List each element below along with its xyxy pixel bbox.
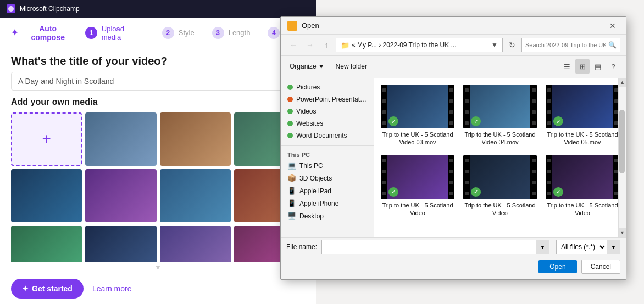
film-hole [547,88,551,92]
file-thumbnail-6: ✓ [546,155,619,199]
wizard-step-3[interactable]: 3 Length [212,27,251,39]
film-hole [465,181,469,184]
sidebar-item-3d-objects[interactable]: 📦 3D Objects [281,172,374,184]
step-4-number: 4 [268,27,280,39]
file-item-4[interactable]: ✓ Trip to the UK - 5 Scotland Video [379,153,457,219]
view-details-button[interactable]: ▤ [591,59,605,74]
auto-compose-button[interactable]: ✦ Auto compose [11,22,74,44]
new-folder-button[interactable]: New folder [331,61,371,72]
add-media-button[interactable]: + [11,112,82,166]
sidebar-label-videos: Videos [296,108,316,115]
filetype-select[interactable]: All files (*.*) [556,240,607,254]
file-item-5[interactable]: ✓ Trip to the UK - 5 Scotland Video [461,153,539,219]
sidebar-item-desktop[interactable]: 🖥️ Desktop [281,210,374,222]
learn-more-link[interactable]: Learn more [92,284,132,293]
path-dropdown-icon[interactable]: ▼ [491,41,498,49]
dialog-open-button[interactable]: Open [538,260,576,273]
refresh-button[interactable]: ↻ [505,38,519,52]
sidebar-item-pictures[interactable]: Pictures [281,81,374,93]
film-hole [614,110,618,114]
film-hole [547,99,551,103]
film-hole [465,88,469,92]
media-thumbnail [11,226,82,262]
check-badge-6: ✓ [553,187,563,197]
sidebar-item-this-pc[interactable]: 💻 This PC [281,159,374,172]
scrollbar-thumb[interactable] [619,110,625,173]
file-item-1[interactable]: ✓ Trip to the UK - 5 Scotland Video 03.m… [379,82,457,149]
wizard-step-1[interactable]: 1 Upload media [85,25,144,41]
film-hole [382,88,386,92]
view-grid-button[interactable]: ⊞ [575,59,590,74]
svg-rect-2 [289,22,293,24]
media-thumbnail [160,112,231,166]
video-title-input[interactable] [11,72,305,91]
nav-forward-button[interactable]: → [303,38,317,52]
scroll-down-button[interactable]: ▼ [619,228,626,237]
sidebar-item-apple-iphone[interactable]: 📱 Apple iPhone [281,197,374,210]
view-help-button[interactable]: ? [606,59,620,74]
film-hole [382,159,386,162]
wizard-step-2[interactable]: 2 Style [162,27,195,39]
title-bar: Microsoft Clipchamp [0,0,316,18]
auto-compose-label: Auto compose [21,24,74,42]
sidebar-item-word-documents[interactable]: Word Documents [281,130,374,142]
sidebar-label-desktop: Desktop [299,212,324,220]
dialog-close-button[interactable]: ✕ [606,19,619,32]
file-item-2[interactable]: ✓ Trip to the UK - 5 Scotland Video 04.m… [461,82,539,149]
view-list-button[interactable]: ☰ [560,59,574,74]
file-name-2: Trip to the UK - 5 Scotland Video 04.mov [463,131,537,147]
film-hole [465,170,469,173]
dialog-content: Pictures PowerPoint Presentatio... Video… [281,78,626,237]
sidebar-item-powerpoint[interactable]: PowerPoint Presentatio... [281,93,374,105]
media-thumbnail [160,169,231,222]
film-strip-left [463,155,470,199]
this-pc-label: This PC [299,162,323,170]
organize-label: Organize [290,63,317,70]
file-thumbnail-1: ✓ [381,85,454,128]
dialog-cancel-button[interactable]: Cancel [581,260,620,274]
add-media-heading: Add your own media [11,97,305,107]
nav-back-button[interactable]: ← [286,38,301,52]
scroll-up-button[interactable]: ▲ [619,78,626,87]
get-started-button[interactable]: ✦ Get started [11,279,84,299]
dialog-sidebar: Pictures PowerPoint Presentatio... Video… [281,78,374,237]
path-bar: 📁 « My P... › 2022-09 Trip to the UK ...… [336,38,503,52]
3d-objects-icon: 📦 [287,174,296,182]
film-hole [532,159,536,162]
film-hole [532,181,536,184]
step-1-label: Upload media [102,25,145,41]
film-hole [465,192,469,195]
sidebar-item-apple-ipad[interactable]: 📱 Apple iPad [281,184,374,197]
file-name-4: Trip to the UK - 5 Scotland Video [381,201,454,217]
film-hole [614,99,618,103]
sidebar-label-websites: Websites [296,120,323,127]
file-thumbnail-2: ✓ [463,85,537,128]
film-hole [547,192,551,195]
get-started-label: Get started [32,284,73,293]
desktop-icon: 🖥️ [287,212,296,220]
film-hole [449,110,453,114]
file-item-3[interactable]: ✓ Trip to the UK - 5 Scotland Video 05.m… [543,82,621,149]
filetype-dropdown-button[interactable]: ▼ [607,240,620,254]
scroll-down-indicator[interactable]: ▼ [154,263,162,272]
film-hole [449,170,453,173]
film-hole [547,181,551,184]
search-input[interactable] [525,42,606,48]
file-name-5: Trip to the UK - 5 Scotland Video [463,201,537,217]
nav-up-button[interactable]: ↑ [319,38,334,52]
file-thumbnail-3: ✓ [546,85,619,128]
filename-input[interactable] [321,240,536,254]
film-hole [614,192,618,195]
check-badge-4: ✓ [388,187,398,197]
media-grid-row3 [11,226,305,262]
sidebar-label-apple-ipad: Apple iPad [299,187,331,195]
sidebar-item-websites[interactable]: Websites [281,117,374,130]
dialog-files: ✓ Trip to the UK - 5 Scotland Video 03.m… [374,78,626,237]
organize-button[interactable]: Organize ▼ [286,61,328,72]
vertical-scrollbar[interactable]: ▲ ▼ [618,78,626,237]
sidebar-label-powerpoint: PowerPoint Presentatio... [296,95,367,103]
film-strip-right [448,155,454,199]
file-item-6[interactable]: ✓ Trip to the UK - 5 Scotland Video [543,153,621,219]
sidebar-item-videos[interactable]: Videos [281,105,374,117]
filename-dropdown-button[interactable]: ▼ [536,240,549,254]
